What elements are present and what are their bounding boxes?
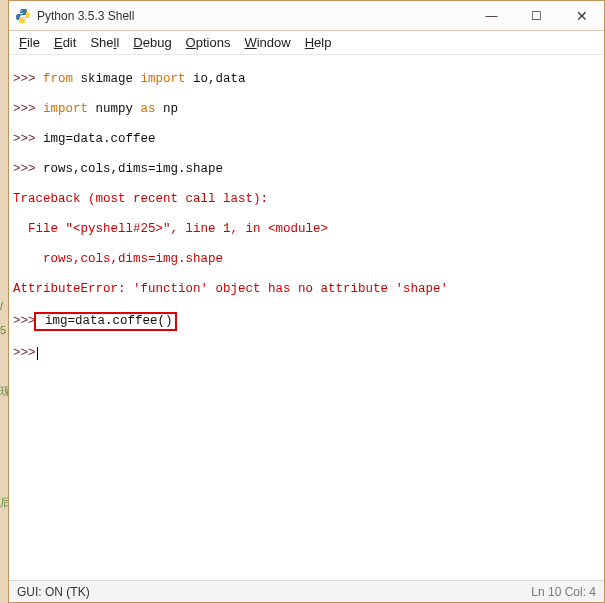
title-bar[interactable]: Python 3.5.3 Shell — ☐ ✕ xyxy=(9,1,604,31)
prompt: >>> xyxy=(13,314,36,328)
status-left: GUI: ON (TK) xyxy=(17,585,90,599)
app-window: Python 3.5.3 Shell — ☐ ✕ File Edit Shell… xyxy=(8,0,605,603)
menu-edit[interactable]: Edit xyxy=(54,35,76,50)
shell-editor[interactable]: >>> from skimage import io,data >>> impo… xyxy=(9,55,604,580)
background-edge: /5现后 xyxy=(0,300,8,510)
prompt: >>> xyxy=(13,346,36,360)
menu-bar: File Edit Shell Debug Options Window Hel… xyxy=(9,31,604,55)
highlighted-input: img=data.coffee() xyxy=(34,312,177,331)
window-controls: — ☐ ✕ xyxy=(469,1,604,31)
traceback-file: File "<pyshell#25>", line 1, in <module> xyxy=(13,222,328,236)
minimize-button[interactable]: — xyxy=(469,1,514,31)
text-cursor xyxy=(37,347,38,360)
window-title: Python 3.5.3 Shell xyxy=(37,9,134,23)
svg-point-1 xyxy=(24,20,25,21)
menu-shell[interactable]: Shell xyxy=(90,35,119,50)
menu-file[interactable]: File xyxy=(19,35,40,50)
prompt: >>> xyxy=(13,72,36,86)
traceback-header: Traceback (most recent call last): xyxy=(13,192,268,206)
maximize-button[interactable]: ☐ xyxy=(514,1,559,31)
status-bar: GUI: ON (TK) Ln 10 Col: 4 xyxy=(9,580,604,602)
traceback-line: rows,cols,dims=img.shape xyxy=(13,252,223,266)
menu-debug[interactable]: Debug xyxy=(133,35,171,50)
menu-options[interactable]: Options xyxy=(186,35,231,50)
close-button[interactable]: ✕ xyxy=(559,1,604,31)
prompt: >>> xyxy=(13,162,36,176)
python-icon xyxy=(15,8,31,24)
prompt: >>> xyxy=(13,132,36,146)
traceback-error: AttributeError: 'function' object has no… xyxy=(13,282,448,296)
menu-window[interactable]: Window xyxy=(244,35,290,50)
menu-help[interactable]: Help xyxy=(305,35,332,50)
svg-point-0 xyxy=(20,10,21,11)
status-cursor-pos: Ln 10 Col: 4 xyxy=(531,585,596,599)
prompt: >>> xyxy=(13,102,36,116)
